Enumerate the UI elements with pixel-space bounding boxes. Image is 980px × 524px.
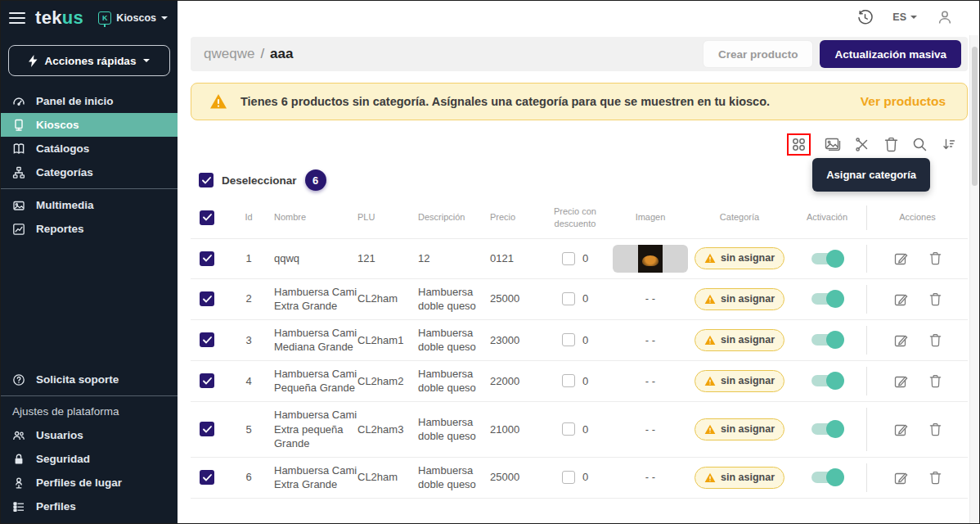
quick-actions-button[interactable]: Acciones rápidas — [8, 45, 170, 76]
cell-precio: 25000 — [490, 291, 541, 306]
deselect-all-checkbox[interactable] — [199, 173, 214, 187]
activation-toggle[interactable] — [811, 472, 843, 483]
products-table: Deseleccionar 6 Id Nombre PLU Descripció… — [191, 161, 968, 499]
category-unassigned-badge[interactable]: sin asignar — [695, 247, 784, 269]
activation-toggle[interactable] — [811, 334, 843, 346]
user-icon[interactable] — [937, 9, 953, 25]
table-row: 3 Hambuersa Cami Mediana Grande CL2ham1 … — [191, 320, 968, 361]
discount-checkbox[interactable] — [562, 252, 575, 265]
col-header-activacion: Activación — [788, 211, 866, 224]
category-unassigned-badge[interactable]: sin asignar — [695, 418, 784, 440]
assign-category-icon[interactable] — [791, 137, 807, 152]
sidebar-divider — [1, 395, 178, 396]
discount-checkbox[interactable] — [562, 374, 575, 387]
view-products-link[interactable]: Ver productos — [861, 94, 946, 109]
sidebar-item-panel-de-inicio[interactable]: Panel de inicio — [1, 89, 178, 113]
row-checkbox[interactable] — [200, 373, 214, 388]
sidebar-bottom: Solicita soporte Ajustes de plataforma U… — [1, 368, 178, 524]
sort-icon[interactable] — [942, 137, 956, 151]
header-checkbox[interactable] — [200, 210, 214, 225]
table-body: 1 qqwq 121 12 0121 0 sin asignar — [191, 239, 968, 499]
row-checkbox[interactable] — [200, 422, 214, 436]
discount-checkbox[interactable] — [562, 422, 575, 436]
sidebar-item-reportes[interactable]: Reportes — [1, 217, 178, 241]
cell-descripcion: Hambuersa doble queso — [418, 463, 490, 492]
discount-checkbox[interactable] — [562, 471, 575, 484]
menu-hamburger-icon[interactable] — [9, 12, 25, 24]
image-placeholder: - - — [645, 333, 655, 348]
discount-checkbox[interactable] — [562, 333, 575, 346]
bulk-update-button[interactable]: Actualización masiva — [820, 40, 961, 68]
discount-value: 0 — [582, 374, 588, 389]
sidebar-item-solicita-soporte[interactable]: Solicita soporte — [1, 368, 178, 391]
delete-row-icon[interactable] — [929, 374, 942, 388]
users-icon — [12, 429, 25, 442]
sidebar-item-kioscos[interactable]: Kioscos — [1, 113, 178, 137]
cell-precio-descuento: 0 — [541, 374, 609, 389]
product-image-thumb[interactable] — [613, 245, 688, 273]
cell-categoria: sin asignar — [691, 370, 788, 392]
discount-checkbox[interactable] — [562, 292, 575, 305]
category-unassigned-badge[interactable]: sin asignar — [695, 329, 784, 351]
warning-triangle-icon — [704, 335, 716, 346]
activation-toggle[interactable] — [811, 375, 843, 386]
sidebar-item-perfiles[interactable]: Perfiles — [1, 495, 178, 518]
sidebar-item-multimedia[interactable]: Multimedia — [1, 193, 178, 217]
warning-banner: Tienes 6 productos sin categoría. Asígna… — [191, 83, 968, 120]
vertical-scrollbar[interactable] — [969, 35, 978, 524]
sidebar-item-usuarios[interactable]: Usuarios — [1, 423, 178, 447]
sidebar-item-seguridad[interactable]: Seguridad — [1, 447, 178, 471]
activation-toggle[interactable] — [811, 423, 843, 435]
lightning-icon — [29, 55, 38, 67]
language-dropdown[interactable]: ES — [892, 11, 917, 23]
sidebar-item-perfiles-de-lugar[interactable]: Perfiles de lugar — [1, 471, 178, 495]
activation-toggle[interactable] — [811, 293, 843, 305]
delete-row-icon[interactable] — [929, 292, 942, 306]
delete-row-icon[interactable] — [929, 333, 942, 347]
edit-icon[interactable] — [894, 333, 908, 347]
row-checkbox[interactable] — [200, 291, 214, 306]
cell-id: 2 — [223, 291, 274, 306]
create-product-button[interactable]: Crear producto — [703, 40, 814, 68]
sidebar-item-categorias[interactable]: Categorías — [1, 160, 178, 184]
row-checkbox[interactable] — [200, 332, 214, 347]
history-icon[interactable] — [857, 10, 873, 25]
delete-row-icon[interactable] — [929, 471, 942, 485]
delete-icon[interactable] — [884, 137, 898, 152]
edit-icon[interactable] — [894, 374, 908, 388]
sidebar-item-catalogos[interactable]: Catálogos — [1, 137, 178, 160]
search-icon[interactable] — [912, 137, 928, 152]
cell-descripcion: Hambuersa doble queso — [418, 415, 490, 444]
cell-plu: CL2ham3 — [357, 422, 418, 437]
app-selector-dropdown[interactable]: K Kioscos — [98, 11, 168, 25]
category-unassigned-badge[interactable]: sin asignar — [695, 370, 784, 392]
activation-toggle[interactable] — [811, 253, 843, 264]
edit-icon[interactable] — [894, 471, 908, 485]
cell-imagen: - - — [609, 333, 691, 348]
unlink-icon[interactable] — [855, 137, 870, 152]
col-header-precio: Precio — [490, 211, 541, 224]
row-checkbox[interactable] — [200, 251, 214, 266]
assign-image-icon[interactable] — [825, 137, 841, 151]
red-highlight-box — [787, 133, 811, 156]
gauge-icon — [12, 95, 25, 108]
edit-icon[interactable] — [894, 292, 908, 306]
cell-nombre: Hambuersa Cami Extra Grande — [274, 285, 357, 314]
category-unassigned-badge[interactable]: sin asignar — [695, 467, 784, 489]
delete-row-icon[interactable] — [929, 251, 942, 265]
edit-icon[interactable] — [894, 422, 908, 436]
category-unassigned-badge[interactable]: sin asignar — [695, 288, 784, 310]
check-icon — [202, 177, 211, 184]
cell-imagen: - - — [609, 470, 691, 485]
breadcrumb-parent[interactable]: qweqwe — [204, 46, 254, 61]
cell-precio: 22000 — [490, 374, 541, 389]
col-header-nombre: Nombre — [274, 211, 357, 224]
warning-triangle-icon — [704, 472, 716, 483]
cell-id: 1 — [223, 251, 274, 266]
caret-down-icon — [910, 16, 917, 19]
cell-descripcion: Hambuersa doble queso — [418, 285, 490, 314]
edit-icon[interactable] — [894, 251, 908, 265]
delete-row-icon[interactable] — [929, 422, 942, 436]
scrollbar-thumb[interactable] — [972, 47, 978, 186]
row-checkbox[interactable] — [200, 470, 214, 485]
